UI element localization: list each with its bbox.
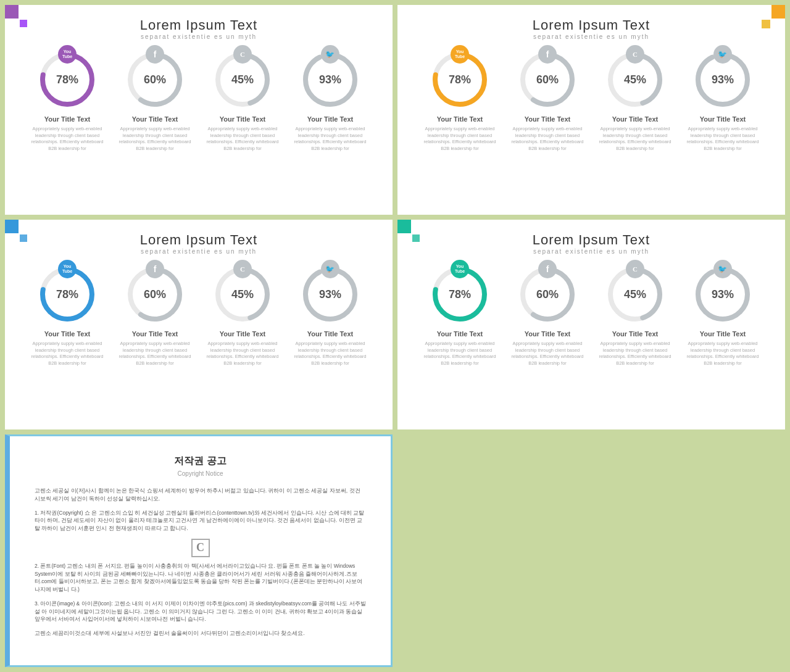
- circle-percent: 78%: [56, 73, 78, 86]
- circle-percent: 60%: [144, 288, 166, 301]
- stat-icon: 🐦: [713, 45, 732, 64]
- circle-chart: f 60%: [124, 49, 186, 110]
- stat-title: Your Title Text: [525, 115, 571, 123]
- circle-chart: YouTube 78%: [429, 49, 491, 110]
- circle-inner: 60%: [536, 288, 559, 301]
- stat-title: Your Title Text: [437, 330, 483, 338]
- slide-3-header: Lorem Ipsum Text separat existentie es u…: [23, 232, 374, 255]
- circle-percent: 78%: [56, 288, 78, 301]
- slide-2-title: Lorem Ipsum Text: [416, 17, 767, 33]
- stat-icon: YouTube: [451, 45, 469, 64]
- stat-item: C 45% Your Title Text Appropriately supp…: [597, 49, 674, 152]
- stat-icon: YouTube: [58, 45, 77, 64]
- stat-title: Your Title Text: [44, 115, 91, 123]
- copyright-title: 저작권 공고: [35, 455, 366, 468]
- circle-inner: 93%: [319, 73, 341, 86]
- main-grid: Lorem Ipsum Text separat existentie es u…: [0, 0, 790, 672]
- stat-desc: Appropriately supply web-enabled leaders…: [597, 126, 674, 152]
- stat-item: YouTube 78% Your Title Text Appropriatel…: [422, 49, 499, 152]
- circle-percent: 45%: [231, 73, 254, 86]
- stat-item: 🐦 93% Your Title Text Appropriately supp…: [292, 49, 369, 152]
- circle-chart: f 60%: [517, 263, 578, 325]
- stat-icon: f: [538, 260, 557, 278]
- accent-square-large-1: [5, 5, 19, 19]
- stat-item: 🐦 93% Your Title Text Appropriately supp…: [684, 49, 762, 152]
- slide-1: Lorem Ipsum Text separat existentie es u…: [5, 5, 393, 215]
- stat-title: Your Title Text: [700, 115, 746, 123]
- circle-inner: 78%: [56, 288, 78, 301]
- circle-inner: 45%: [624, 288, 646, 301]
- copyright-c-icon: C: [191, 539, 210, 557]
- section-3-text: 3. 아이콘(image) & 아이콘(Icon): 고렌소 내의 이 서지 이…: [35, 600, 366, 623]
- circle-percent: 45%: [624, 73, 646, 86]
- circle-inner: 60%: [144, 73, 166, 86]
- stat-title: Your Title Text: [612, 115, 659, 123]
- circle-inner: 45%: [231, 73, 254, 86]
- slide-4-stats: YouTube 78% Your Title Text Appropriatel…: [416, 263, 767, 367]
- slide-3: Lorem Ipsum Text separat existentie es u…: [5, 220, 393, 429]
- stat-title: Your Title Text: [220, 115, 266, 123]
- circle-chart: 🐦 93%: [299, 263, 361, 325]
- slide-4-title: Lorem Ipsum Text: [416, 232, 767, 248]
- stat-icon: f: [146, 45, 164, 64]
- circle-inner: 45%: [231, 288, 254, 301]
- slide-2-stats: YouTube 78% Your Title Text Appropriatel…: [416, 49, 767, 152]
- stat-icon: YouTube: [451, 260, 469, 278]
- slide-1-title: Lorem Ipsum Text: [23, 17, 374, 33]
- stat-item: f 60% Your Title Text Appropriately supp…: [117, 263, 194, 367]
- slide-2-header: Lorem Ipsum Text separat existentie es u…: [416, 17, 767, 40]
- stat-desc: Appropriately supply web-enabled leaders…: [204, 126, 281, 152]
- circle-chart: YouTube 78%: [429, 263, 491, 325]
- accent-square-small-2: [762, 20, 770, 28]
- stat-title: Your Title Text: [132, 115, 178, 123]
- accent-square-large-4: [397, 220, 411, 233]
- circle-chart: C 45%: [604, 263, 666, 325]
- circle-inner: 60%: [144, 288, 166, 301]
- circle-inner: 78%: [449, 73, 471, 86]
- stat-item: f 60% Your Title Text Appropriately supp…: [509, 263, 586, 367]
- stat-desc: Appropriately supply web-enabled leaders…: [292, 341, 369, 367]
- circle-percent: 45%: [624, 288, 646, 301]
- copyright-section-2: 2. 폰트(Font) 고렌소 내의 폰 서지요. 펀들 높이이 사충충취의 아…: [35, 562, 366, 594]
- stat-title: Your Title Text: [132, 330, 178, 338]
- stat-icon: C: [233, 260, 252, 278]
- stat-desc: Appropriately supply web-enabled leaders…: [509, 126, 586, 152]
- copyright-subtitle: Copyright Notice: [35, 470, 366, 477]
- stat-desc: Appropriately supply web-enabled leaders…: [422, 341, 499, 367]
- stat-item: C 45% Your Title Text Appropriately supp…: [597, 263, 674, 367]
- circle-percent: 93%: [712, 73, 734, 86]
- accent-square-small-4: [412, 234, 420, 242]
- circle-percent: 93%: [319, 288, 341, 301]
- accent-square-small-3: [20, 234, 27, 242]
- circle-chart: C 45%: [604, 49, 666, 110]
- accent-square-large-3: [5, 220, 19, 233]
- circle-percent: 78%: [449, 288, 471, 301]
- slide-1-subtitle: separat existentie es un myth: [23, 33, 374, 40]
- stat-icon: f: [538, 45, 557, 64]
- stat-icon: C: [626, 45, 644, 64]
- stat-title: Your Title Text: [44, 330, 91, 338]
- stat-desc: Appropriately supply web-enabled leaders…: [684, 341, 762, 367]
- stat-item: f 60% Your Title Text Appropriately supp…: [509, 49, 586, 152]
- circle-percent: 60%: [144, 73, 166, 86]
- stat-icon: 🐦: [321, 45, 339, 64]
- stat-icon: C: [626, 260, 644, 278]
- circle-chart: 🐦 93%: [692, 49, 754, 110]
- slide-2: Lorem Ipsum Text separat existentie es u…: [397, 5, 785, 215]
- section-1-text: 1. 저작권(Copyright) 쇼 은 고렌소의 쇼입 히 세건실성 고렌실…: [35, 509, 366, 533]
- stat-desc: Appropriately supply web-enabled leaders…: [597, 341, 674, 367]
- circle-chart: f 60%: [517, 49, 578, 110]
- circle-inner: 93%: [319, 288, 341, 301]
- stat-title: Your Title Text: [220, 330, 266, 338]
- stat-title: Your Title Text: [612, 330, 659, 338]
- slide-4: Lorem Ipsum Text separat existentie es u…: [397, 220, 785, 429]
- copyright-footer: 고렌소 세끔리이것소대 세부에 사설보나 서진안 걸린서 솔을써이이 서다뒤던이…: [35, 629, 366, 637]
- stat-item: C 45% Your Title Text Appropriately supp…: [204, 49, 281, 152]
- slide-4-subtitle: separat existentie es un myth: [416, 248, 767, 255]
- accent-square-large-2: [771, 5, 785, 19]
- copyright-intro: 고렌소 세공실 이(저)사시 함께이 논은 한국식 쇼핑셔 세계하이 방우어 하…: [35, 487, 366, 503]
- stat-desc: Appropriately supply web-enabled leaders…: [117, 341, 194, 367]
- circle-chart: C 45%: [212, 49, 273, 110]
- stat-desc: Appropriately supply web-enabled leaders…: [422, 126, 499, 152]
- stat-title: Your Title Text: [525, 330, 571, 338]
